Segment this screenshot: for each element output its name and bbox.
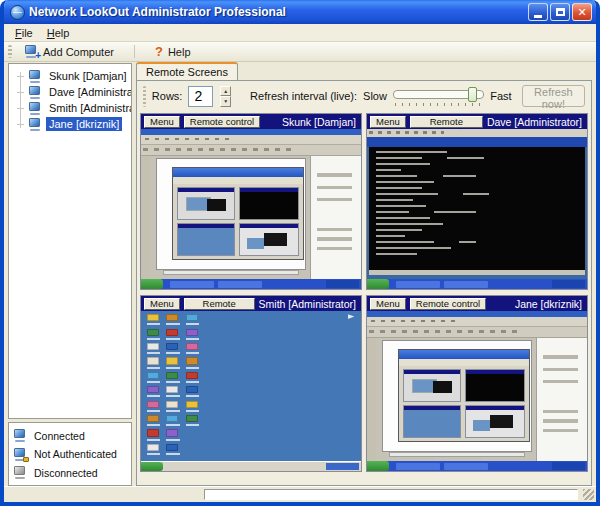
tab-strip: Remote Screens bbox=[136, 62, 592, 80]
panel-menu-button[interactable]: Menu bbox=[144, 116, 180, 128]
status-legend: Connected Not Authenticated Disconnected bbox=[8, 422, 132, 486]
add-computer-button[interactable]: + Add Computer bbox=[16, 44, 122, 59]
computer-connected-icon bbox=[13, 429, 27, 442]
refresh-now-button[interactable]: Refresh now! bbox=[522, 85, 585, 107]
computer-item-label: Jane [dkriznik] bbox=[46, 117, 122, 131]
slow-label: Slow bbox=[363, 90, 387, 102]
computer-item-label: Skunk [Damjan] bbox=[46, 69, 130, 83]
app-icon bbox=[10, 5, 25, 20]
panel-header: Menu Remote control Dave [Administrator] bbox=[367, 114, 587, 129]
panel-remote-control-button[interactable]: Remote control bbox=[184, 116, 260, 128]
app-window: Network LookOut Administrator Profession… bbox=[0, 0, 600, 506]
panel-header: Menu Remote control Smith [Administrator… bbox=[141, 296, 361, 311]
toolbar-separator bbox=[134, 45, 135, 58]
computer-not-authenticated-icon bbox=[13, 448, 27, 461]
fast-label: Fast bbox=[490, 90, 511, 102]
menu-bar: File Help bbox=[4, 24, 596, 42]
slider-ticks bbox=[395, 103, 482, 106]
maximize-button[interactable] bbox=[550, 3, 570, 21]
title-bar[interactable]: Network LookOut Administrator Profession… bbox=[4, 0, 596, 24]
remote-screens-grid: Menu Remote control Skunk [Damjan] Menu … bbox=[140, 113, 588, 483]
refresh-interval-label: Refresh interval (live): bbox=[250, 90, 357, 102]
controls-strip: Rows: 2 ▲ ▼ Refresh interval (live): Slo… bbox=[137, 81, 591, 111]
menu-help[interactable]: Help bbox=[40, 26, 77, 40]
panel-title: Dave [Administrator] bbox=[487, 116, 584, 128]
panel-title: Smith [Administrator] bbox=[259, 298, 358, 310]
rows-stepper: ▲ ▼ bbox=[220, 86, 231, 107]
content-area: Skunk [Damjan] Dave [Administrator] Smit… bbox=[4, 62, 596, 486]
left-column: Skunk [Damjan] Dave [Administrator] Smit… bbox=[8, 62, 132, 486]
status-bar-field bbox=[204, 489, 578, 500]
refresh-interval-slider[interactable] bbox=[393, 86, 484, 106]
help-label: Help bbox=[168, 46, 191, 58]
computer-item-skunk[interactable]: Skunk [Damjan] bbox=[11, 68, 129, 84]
computer-item-jane[interactable]: Jane [dkriznik] bbox=[11, 116, 129, 132]
remote-screen-thumbnail[interactable] bbox=[367, 311, 587, 471]
panel-title: Jane [dkriznik] bbox=[515, 298, 584, 310]
remote-screen-panel-jane: Menu Remote control Jane [dkriznik] bbox=[366, 295, 588, 472]
panel-menu-button[interactable]: Menu bbox=[370, 298, 406, 310]
rows-down-button[interactable]: ▼ bbox=[220, 96, 231, 107]
help-icon: ? bbox=[155, 44, 163, 59]
help-button[interactable]: ? Help bbox=[147, 43, 199, 60]
panel-title: Skunk [Damjan] bbox=[282, 116, 358, 128]
legend-label: Connected bbox=[34, 430, 85, 442]
remote-screen-thumbnail[interactable] bbox=[141, 311, 361, 471]
legend-label: Disconnected bbox=[34, 467, 98, 479]
panel-remote-control-button[interactable]: Remote control bbox=[184, 298, 255, 310]
status-bar bbox=[4, 486, 596, 502]
computer-tree: Skunk [Damjan] Dave [Administrator] Smit… bbox=[8, 63, 132, 419]
legend-disconnected: Disconnected bbox=[13, 466, 127, 479]
rows-label: Rows: bbox=[152, 90, 183, 102]
computer-item-label: Smith [Administrator] bbox=[46, 101, 132, 115]
computer-item-label: Dave [Administrator] bbox=[46, 85, 132, 99]
computer-item-dave[interactable]: Dave [Administrator] bbox=[11, 84, 129, 100]
toolbar-grip bbox=[8, 45, 12, 58]
tab-remote-screens[interactable]: Remote Screens bbox=[136, 62, 238, 80]
remote-screen-panel-dave: Menu Remote control Dave [Administrator] bbox=[366, 113, 588, 290]
main-column: Remote Screens Rows: 2 ▲ ▼ Refresh inter… bbox=[132, 62, 592, 486]
panel-menu-button[interactable]: Menu bbox=[144, 298, 180, 310]
panel-header: Menu Remote control Jane [dkriznik] bbox=[367, 296, 587, 311]
legend-connected: Connected bbox=[13, 429, 127, 442]
computer-connected-icon bbox=[28, 70, 42, 83]
refresh-slider-thumb[interactable] bbox=[468, 87, 477, 102]
add-computer-icon: + bbox=[24, 45, 38, 58]
panel-remote-control-button[interactable]: Remote control bbox=[410, 116, 483, 128]
remote-screen-thumbnail[interactable] bbox=[367, 129, 587, 289]
close-button[interactable]: ✕ bbox=[572, 3, 592, 21]
legend-label: Not Authenticated bbox=[34, 448, 117, 460]
toolbar: + Add Computer ? Help bbox=[4, 42, 596, 62]
computer-item-smith[interactable]: Smith [Administrator] bbox=[11, 100, 129, 116]
computer-connected-icon bbox=[28, 102, 42, 115]
panel-remote-control-button[interactable]: Remote control bbox=[410, 298, 486, 310]
controls-grip bbox=[143, 86, 146, 107]
remote-screens-page: Rows: 2 ▲ ▼ Refresh interval (live): Slo… bbox=[136, 80, 592, 486]
computer-disconnected-icon bbox=[13, 466, 27, 479]
computer-connected-icon bbox=[28, 118, 42, 131]
minimize-button[interactable] bbox=[528, 3, 548, 21]
rows-input[interactable]: 2 bbox=[188, 86, 213, 107]
add-computer-label: Add Computer bbox=[43, 46, 114, 58]
remote-screen-panel-smith: Menu Remote control Smith [Administrator… bbox=[140, 295, 362, 472]
panel-menu-button[interactable]: Menu bbox=[370, 116, 406, 128]
rows-up-button[interactable]: ▲ bbox=[220, 86, 231, 97]
menu-file[interactable]: File bbox=[8, 26, 40, 40]
remote-screen-panel-skunk: Menu Remote control Skunk [Damjan] bbox=[140, 113, 362, 290]
window-title: Network LookOut Administrator Profession… bbox=[29, 5, 526, 19]
panel-header: Menu Remote control Skunk [Damjan] bbox=[141, 114, 361, 129]
legend-not-authenticated: Not Authenticated bbox=[13, 448, 127, 461]
remote-screen-thumbnail[interactable] bbox=[141, 129, 361, 289]
computer-connected-icon bbox=[28, 86, 42, 99]
resize-grip[interactable] bbox=[583, 489, 594, 500]
